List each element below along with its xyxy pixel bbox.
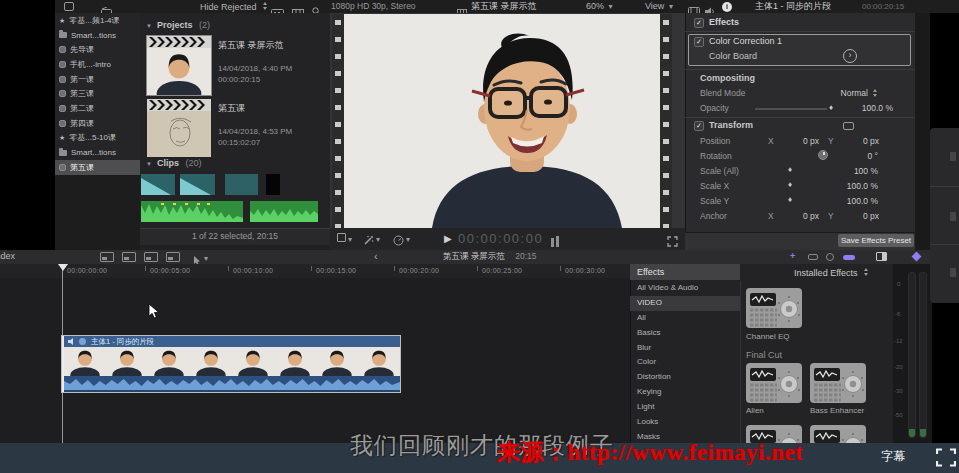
project-thumbnail-2[interactable]	[147, 99, 211, 157]
sidebar-item-event7-selected[interactable]: 第五课	[55, 160, 140, 175]
sidebar-item-event4[interactable]: 第三课	[55, 86, 140, 101]
viewer-view-dropdown[interactable]: View ▾	[645, 2, 673, 11]
category-looks[interactable]: Looks	[630, 415, 740, 430]
project-thumbnail-1[interactable]	[147, 36, 211, 95]
browser-filmstrip-icon[interactable]	[292, 3, 304, 11]
tool-select-icon[interactable]	[193, 252, 201, 262]
sidebar-item-smartcollections1[interactable]: Smart...tions	[55, 28, 140, 43]
scale-all-keyframe-icon[interactable]: ♦	[788, 166, 792, 174]
player-fullscreen-icon[interactable]	[936, 448, 956, 467]
menu-item-glyph[interactable]	[950, 212, 956, 221]
rotation-value[interactable]: 0 °	[850, 152, 878, 161]
category-color[interactable]: Color	[630, 355, 740, 370]
clip-thumbnail-teal-3[interactable]	[225, 174, 258, 195]
sidebar-item-event6[interactable]: 第四课	[55, 116, 140, 131]
rotation-dial-icon[interactable]	[818, 150, 828, 160]
effect-thumbnail-alien[interactable]	[746, 363, 802, 403]
clip-appearance-icon[interactable]	[271, 3, 284, 11]
scale-y-value[interactable]: 100.0 %	[833, 197, 878, 206]
inspector-film-icon[interactable]	[688, 2, 700, 11]
retime-tool-icon[interactable]	[393, 232, 404, 243]
project-title[interactable]: 第五课 录屏示范	[218, 41, 284, 50]
menu-item-glyph[interactable]	[950, 152, 956, 161]
append-clip-icon[interactable]	[144, 252, 158, 262]
opacity-slider[interactable]	[755, 108, 827, 110]
category-blur[interactable]: Blur	[630, 341, 740, 356]
scale-y-keyframe-icon[interactable]: ♦	[788, 196, 792, 204]
transform-checkbox[interactable]: ✓	[694, 121, 704, 131]
color-board-label[interactable]: Color Board	[709, 52, 757, 61]
category-video[interactable]: VIDEO	[630, 296, 740, 311]
blend-mode-value[interactable]: Normal	[830, 89, 868, 98]
chevron-down-icon[interactable]: ▾	[376, 236, 380, 243]
category-keying[interactable]: Keying	[630, 385, 740, 400]
player-settings-menu[interactable]	[930, 128, 959, 303]
opacity-keyframe-icon[interactable]: ♦	[829, 104, 833, 112]
color-correction-checkbox[interactable]: ✓	[694, 37, 704, 47]
hide-rejected-filter[interactable]: Hide Rejected	[200, 2, 269, 12]
viewer-fullscreen-icon[interactable]	[667, 233, 678, 244]
category-basics[interactable]: Basics	[630, 326, 740, 341]
media-import-icon[interactable]	[64, 2, 74, 11]
sidebar-item-event3[interactable]: 第一课	[55, 72, 140, 87]
category-distortion[interactable]: Distortion	[630, 370, 740, 385]
save-effects-preset-button[interactable]: Save Effects Preset	[838, 234, 914, 247]
clip-thumbnail-black[interactable]	[266, 174, 280, 195]
blend-mode-updown-icon[interactable]	[872, 89, 879, 97]
trim-start-icon[interactable]: +	[790, 252, 795, 261]
marker-pill-icon[interactable]	[843, 255, 855, 260]
effects-wand-icon[interactable]	[363, 232, 374, 243]
audio-meters-mini-icon[interactable]	[551, 233, 560, 244]
sidebar-item-smartcollections2[interactable]: Smart...tions	[55, 145, 140, 160]
sidebar-item-event2[interactable]: 手机...-intro	[55, 57, 140, 72]
installed-effects-dropdown[interactable]: Installed Effects	[760, 268, 870, 278]
scale-x-keyframe-icon[interactable]: ♦	[788, 181, 792, 189]
effect-thumbnail-bass-enhancer[interactable]	[810, 363, 866, 403]
inspector-info-icon[interactable]: i	[722, 2, 732, 12]
effects-checkbox[interactable]: ✓	[694, 18, 704, 28]
category-all-video-audio[interactable]: All Video & Audio	[630, 281, 740, 296]
anchor-y-value[interactable]: 0 px	[855, 212, 879, 221]
inspector-audio-icon[interactable]	[705, 2, 715, 11]
subtitle-toggle-button[interactable]: 字幕	[881, 450, 905, 462]
effect-thumbnail-channel-eq[interactable]	[746, 288, 802, 328]
browser-panel-toggle-icon[interactable]	[876, 252, 887, 261]
chevron-down-icon[interactable]: ▾	[406, 236, 410, 243]
scale-all-value[interactable]: 100 %	[840, 167, 878, 176]
opacity-value[interactable]: 100.0 %	[845, 104, 893, 113]
trim-range-icon[interactable]	[808, 254, 818, 260]
crop-tool-icon[interactable]	[337, 233, 346, 242]
position-x-value[interactable]: 0 px	[795, 137, 819, 146]
color-board-arrow-icon[interactable]: ›	[843, 49, 857, 63]
project-title[interactable]: 第五课	[218, 104, 245, 113]
anchor-x-value[interactable]: 0 px	[795, 212, 819, 221]
clip-thumbnail-teal-1[interactable]	[141, 174, 175, 195]
connect-clip-icon[interactable]	[100, 252, 114, 262]
viewer-zoom-dropdown[interactable]: 60% ▾	[586, 2, 613, 11]
effect-thumbnail-partial-2[interactable]	[810, 425, 866, 443]
clip-thumbnail-green-1[interactable]	[141, 201, 243, 222]
clips-disclosure-icon[interactable]: ▼	[146, 161, 152, 167]
clip-thumbnail-green-2[interactable]	[250, 201, 318, 222]
index-button[interactable]: Index	[0, 252, 15, 261]
sidebar-item-event1[interactable]: 先导课	[55, 42, 140, 57]
play-button[interactable]: ▶	[444, 234, 452, 244]
menu-item-glyph[interactable]	[950, 268, 956, 277]
chevron-down-icon[interactable]: ▾	[204, 255, 208, 262]
position-y-value[interactable]: 0 px	[855, 137, 879, 146]
scale-x-value[interactable]: 100.0 %	[833, 182, 878, 191]
search-icon[interactable]	[312, 2, 321, 11]
sidebar-item-library1[interactable]: ★零基...频1-4课	[55, 13, 140, 28]
sidebar-item-event5[interactable]: 第二课	[55, 101, 140, 116]
projects-disclosure-icon[interactable]: ▼	[146, 23, 152, 29]
sidebar-item-library2[interactable]: ★零基...5-10课	[55, 131, 140, 146]
color-correction-label[interactable]: Color Correction 1	[709, 37, 782, 46]
timeline-clip[interactable]: 主体1 - 同步的片段	[62, 336, 400, 392]
category-all[interactable]: All	[630, 311, 740, 326]
overwrite-clip-icon[interactable]	[166, 252, 180, 262]
keyword-editor-icon[interactable]	[101, 2, 112, 11]
insert-clip-icon[interactable]	[122, 252, 136, 262]
chevron-down-icon[interactable]: ▾	[348, 236, 352, 243]
transform-onscreen-icon[interactable]	[843, 122, 854, 130]
timeline-back-chevron[interactable]: ‹	[374, 251, 378, 262]
